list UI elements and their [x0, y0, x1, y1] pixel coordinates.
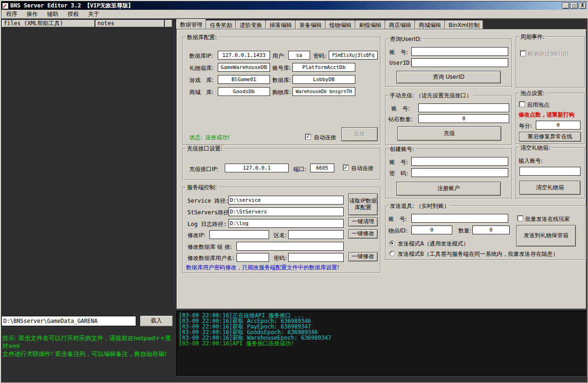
- window-title: BNS Server Editor 3.2 【VIP无敌至尊版】: [10, 2, 134, 10]
- menu-about[interactable]: 关于: [83, 9, 104, 19]
- menu-authorize[interactable]: 授权: [63, 9, 83, 19]
- query-userid-input[interactable]: [411, 58, 508, 67]
- service-path-input[interactable]: [228, 196, 344, 205]
- diamond-qty-label: 钻石数量:: [388, 116, 413, 123]
- column-header-files[interactable]: files (XML帮助工具): [1, 20, 95, 27]
- modify-db-link-input[interactable]: [236, 242, 344, 251]
- send-mode-a-radio[interactable]: [389, 240, 395, 246]
- clear-gift-box-button[interactable]: 清空礼物箱: [519, 181, 581, 195]
- tab-quest-reward[interactable]: 任务奖励: [206, 21, 236, 29]
- per-minute-input[interactable]: [536, 121, 581, 130]
- zone-name-input[interactable]: [288, 230, 344, 239]
- port-input[interactable]: [310, 164, 334, 172]
- column-header-notes[interactable]: notes: [95, 20, 165, 27]
- menu-program[interactable]: 程序: [1, 9, 22, 19]
- server-control-note: 数据库用户密码修改，只能改服务端配置文件中的数据库设置!: [186, 264, 339, 272]
- auto-connect-checkbox[interactable]: [305, 134, 311, 140]
- group-pop-point-title: 泡点设置:: [519, 89, 546, 97]
- query-userid-button[interactable]: 查询 UserID: [396, 71, 501, 83]
- log-line: [03-09 22:00:16]API 服务接口连接成功!: [179, 341, 584, 346]
- register-account-button[interactable]: 注册账户: [396, 182, 501, 196]
- db-ip-input[interactable]: [218, 51, 270, 60]
- tab-monster-edit[interactable]: 怪物编辑: [325, 21, 355, 29]
- one-key-clean-button[interactable]: 一键清理: [348, 217, 378, 226]
- modify-db-pwd-input[interactable]: [288, 253, 344, 262]
- menu-operate[interactable]: 操作: [22, 9, 42, 19]
- create-pwd-input[interactable]: [411, 168, 508, 177]
- load-button[interactable]: 载入: [140, 315, 173, 327]
- recharge-auto-connect-checkbox[interactable]: [343, 164, 349, 171]
- tab-shop-edit[interactable]: 商店编辑: [385, 21, 415, 29]
- gift-db-input[interactable]: [218, 63, 270, 72]
- connect-button[interactable]: 连接: [341, 127, 378, 141]
- app-icon: [2, 3, 8, 9]
- enable-pop-checkbox[interactable]: [519, 101, 525, 107]
- manual-account-label: 账 号:: [391, 105, 410, 113]
- diamond-qty-input[interactable]: [418, 114, 509, 123]
- group-query-userid: 查询UserID: 账 号: UserID: 查询 UserID: [385, 39, 512, 87]
- db-pwd-input[interactable]: [329, 51, 378, 60]
- status-label: 状态:: [189, 134, 202, 142]
- auto-connect-label: 自动连接: [314, 134, 336, 142]
- tab-binxml-control[interactable]: BinXml控制: [445, 21, 483, 29]
- filelist-headers: files (XML帮助工具) notes: [1, 20, 173, 27]
- item-id-input[interactable]: [411, 226, 452, 234]
- qty-input[interactable]: [472, 226, 510, 234]
- send-to-gift-box-button[interactable]: 发送到礼物保管箱: [516, 225, 576, 246]
- read-ip-db-config-button[interactable]: 读取IP数据库配置: [348, 193, 378, 215]
- group-manual-recharge-title: 手动充值: （请先设置充值接口）: [388, 92, 473, 100]
- group-clear-gift-title: 清空礼物箱:: [519, 144, 552, 152]
- status-value: 连接成功!: [205, 134, 230, 142]
- create-pwd-label: 密 码:: [389, 170, 408, 178]
- modify-ip-label: 修改IP:: [187, 232, 206, 239]
- modify-db-link-label: 修改数据库 链 接:: [187, 243, 232, 251]
- batch-send-checkbox[interactable]: [517, 215, 523, 221]
- tab-advance-transform[interactable]: 进阶变换: [236, 21, 266, 29]
- stservers-path-input[interactable]: [228, 207, 344, 216]
- modify-db-user-input[interactable]: [236, 253, 269, 262]
- recharge-ip-input[interactable]: [225, 164, 289, 172]
- one-key-modify-ip-button[interactable]: 一键修改: [348, 229, 378, 239]
- group-clear-gift-box: 清空礼物箱: 输入账号: 清空礼物箱: [516, 147, 585, 198]
- query-account-input[interactable]: [411, 47, 508, 56]
- maximize-button[interactable]: □: [570, 2, 578, 9]
- group-recharge-interface: 充值接口设置: 充值接口IP: 端口: 自动连接: [182, 148, 380, 180]
- close-button[interactable]: X: [579, 2, 586, 9]
- db-ip-label: 数据库IP:: [189, 52, 213, 60]
- game-db-input[interactable]: [218, 75, 270, 84]
- tab-mall-edit[interactable]: 商城编辑: [415, 21, 445, 29]
- lobby-db-input[interactable]: [292, 75, 355, 84]
- db-user-input[interactable]: [288, 51, 310, 60]
- group-server-control: 服务端控制: Service 路径: 读取IP数据库配置 StServers路径…: [182, 187, 380, 273]
- tab-drop-edit[interactable]: 掉落编辑: [266, 21, 296, 29]
- group-period-event: 周期事件: 检测跳过997(0): [516, 36, 585, 88]
- group-db-config-title: 数据库配置:: [186, 34, 218, 41]
- send-mode-b-radio[interactable]: [389, 251, 395, 256]
- manual-account-input[interactable]: [418, 103, 509, 112]
- one-key-modify-db-button[interactable]: 一键修改: [348, 252, 378, 261]
- modify-ip-input[interactable]: [209, 230, 269, 239]
- gamedata-path-input[interactable]: [1, 316, 136, 326]
- mall-db-input[interactable]: [218, 87, 270, 96]
- menu-assist[interactable]: 辅助: [42, 9, 63, 19]
- minimize-button[interactable]: _: [562, 2, 569, 9]
- restart-fix-button[interactable]: 重启修复异常在线: [519, 132, 581, 142]
- clear-gift-account-input[interactable]: [519, 167, 581, 176]
- recharge-auto-connect-label: 自动连接: [351, 164, 374, 172]
- create-account-input[interactable]: [411, 157, 508, 166]
- acct-db-input[interactable]: [292, 63, 355, 72]
- group-send-item-title: 发送道具: （实时到账）: [388, 202, 451, 210]
- log-path-input[interactable]: [228, 219, 344, 228]
- shop-db-input[interactable]: [292, 87, 355, 96]
- skip-997-checkbox[interactable]: [520, 50, 526, 56]
- modify-db-user-label: 修改数据库用户名:: [187, 254, 234, 262]
- recharge-button[interactable]: 充值: [397, 126, 501, 141]
- tab-strip: 数据管理 任务奖励 进阶变换 掉落编辑 装备编辑 怪物编辑 刷怪编辑 商店编辑 …: [176, 20, 483, 29]
- send-account-input[interactable]: [411, 214, 508, 223]
- tab-equip-edit[interactable]: 装备编辑: [296, 21, 325, 29]
- log-panel[interactable]: [03-09 22:00:16]正在连接API 服务接口 ... [03-09 …: [176, 311, 587, 376]
- tab-spawn-edit[interactable]: 刷怪编辑: [355, 21, 385, 29]
- tab-data-manage[interactable]: 数据管理: [176, 19, 206, 29]
- file-list[interactable]: [1, 27, 173, 314]
- group-manual-recharge: 手动充值: （请先设置充值接口） 账 号: 钻石数量: 充值: [385, 95, 512, 145]
